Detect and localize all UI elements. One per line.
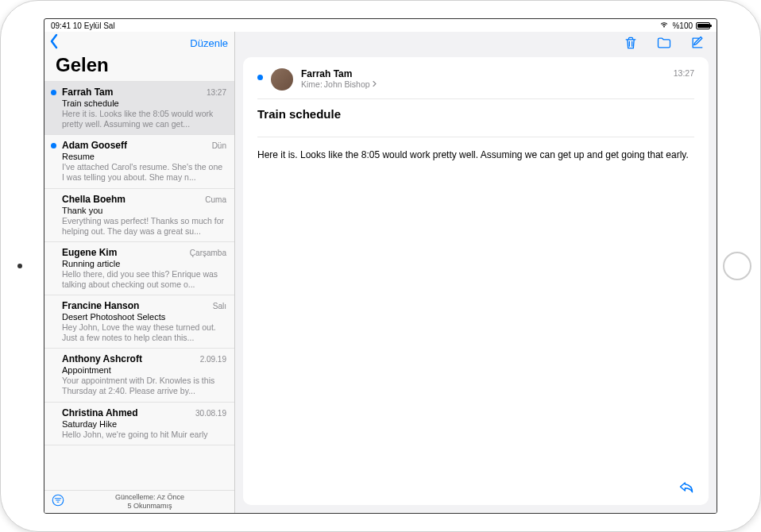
mail-time: Cuma (205, 195, 226, 204)
battery-percent: %100 (672, 21, 693, 30)
mail-time: 2.09.19 (200, 355, 226, 364)
mail-item[interactable]: Anthony Ashcroft2.09.19AppointmentYour a… (44, 349, 234, 402)
mail-sender: Christina Ahmed (62, 407, 138, 418)
mail-time: 30.08.19 (195, 409, 226, 418)
mail-list[interactable]: Farrah Tam13:27Train scheduleHere it is.… (44, 81, 234, 490)
mail-sender: Anthony Ashcroft (62, 353, 142, 364)
mail-preview: Hello John, we're going to hit Muir earl… (62, 430, 226, 440)
inbox-title: Gelen (44, 52, 234, 81)
message-subject: Train schedule (257, 107, 694, 129)
mail-preview: Hey John, Love the way these turned out.… (62, 322, 226, 343)
move-folder-button[interactable] (656, 35, 672, 54)
reply-button[interactable] (678, 480, 694, 497)
subject-divider: Train schedule (257, 98, 694, 129)
message-recipient-row[interactable]: Kime: John Bishop (301, 79, 666, 89)
footer-updated: Güncelleme: Az Önce (71, 493, 228, 502)
unread-dot (51, 90, 56, 95)
status-date: 10 Eylül Sal (73, 21, 115, 30)
filter-icon[interactable] (51, 493, 65, 511)
mail-subject: Appointment (62, 365, 226, 375)
sidebar: Düzenle Gelen Farrah Tam13:27Train sched… (44, 32, 235, 513)
mail-subject: Train schedule (62, 98, 226, 108)
camera (17, 264, 22, 268)
sidebar-footer: Güncelleme: Az Önce 5 Okunmamış (44, 490, 234, 513)
mail-time: Çarşamba (190, 249, 226, 257)
status-time: 09:41 (51, 21, 71, 30)
home-button[interactable] (723, 252, 751, 280)
mail-preview: I've attached Carol's resume. She's the … (62, 162, 226, 183)
mail-preview: Here it is. Looks like the 8:05 would wo… (62, 109, 226, 129)
mail-time: Salı (213, 302, 226, 310)
footer-unread: 5 Okunmamış (71, 502, 228, 511)
mail-item[interactable]: Eugene KimÇarşambaRunning articleHello t… (44, 242, 234, 295)
mail-preview: Your appointment with Dr. Knowles is thi… (62, 376, 226, 396)
mail-item[interactable]: Farrah Tam13:27Train scheduleHere it is.… (44, 81, 234, 135)
status-left: 09:41 10 Eylül Sal (51, 21, 115, 30)
mail-item-header: Eugene KimÇarşamba (62, 247, 226, 258)
mail-preview: Hello there, did you see this? Enrique w… (62, 269, 226, 290)
mail-sender: Chella Boehm (62, 194, 126, 205)
mail-item[interactable]: Chella BoehmCumaThank youEverything was … (44, 189, 234, 242)
chevron-right-icon (372, 79, 377, 89)
sender-avatar[interactable] (271, 68, 293, 91)
to-label: Kime: (301, 79, 323, 89)
mail-sender: Francine Hanson (62, 300, 139, 311)
mail-time: Dün (212, 141, 226, 150)
wifi-icon (659, 21, 669, 30)
sidebar-header: Düzenle (44, 32, 234, 52)
mail-item-header: Anthony Ashcroft2.09.19 (62, 353, 226, 364)
mail-subject: Running article (62, 259, 226, 268)
back-button[interactable] (48, 33, 60, 52)
battery-icon (696, 22, 710, 29)
message-sender[interactable]: Farrah Tam (301, 68, 666, 79)
mail-sender: Eugene Kim (62, 247, 117, 258)
detail-toolbar (235, 32, 717, 57)
mail-item-header: Christina Ahmed30.08.19 (62, 407, 226, 418)
mail-item[interactable]: Adam GooseffDünResumeI've attached Carol… (44, 135, 234, 188)
trash-button[interactable] (623, 35, 639, 54)
mail-preview: Everything was perfect! Thanks so much f… (62, 216, 226, 237)
mail-item-header: Adam GooseffDün (62, 140, 226, 151)
mail-sender: Farrah Tam (62, 87, 113, 98)
mail-item-header: Farrah Tam13:27 (62, 87, 226, 98)
footer-status: Güncelleme: Az Önce 5 Okunmamış (71, 493, 228, 511)
mail-item-header: Chella BoehmCuma (62, 194, 226, 205)
divider (257, 137, 694, 137)
message-card: Farrah Tam Kime: John Bishop 13:27 (243, 57, 709, 505)
message-meta: Farrah Tam Kime: John Bishop (301, 68, 666, 89)
detail-pane: Farrah Tam Kime: John Bishop 13:27 (235, 32, 717, 513)
mail-subject: Resume (62, 152, 226, 161)
to-name: John Bishop (324, 79, 370, 89)
unread-dot (51, 143, 56, 148)
edit-button[interactable]: Düzenle (190, 37, 228, 49)
compose-button[interactable] (690, 35, 705, 54)
status-right: %100 (659, 21, 710, 30)
mail-item[interactable]: Christina Ahmed30.08.19Saturday HikeHell… (44, 403, 234, 445)
mail-item-header: Francine HansonSalı (62, 300, 226, 311)
mail-sender: Adam Gooseff (62, 140, 127, 151)
message-header: Farrah Tam Kime: John Bishop 13:27 (257, 68, 694, 98)
status-bar: 09:41 10 Eylül Sal %100 (44, 19, 717, 32)
mail-item[interactable]: Francine HansonSalıDesert Photoshoot Sel… (44, 295, 234, 349)
unread-indicator (257, 75, 263, 80)
mail-subject: Saturday Hike (62, 419, 226, 429)
mail-subject: Desert Photoshoot Selects (62, 312, 226, 322)
message-time: 13:27 (674, 68, 694, 78)
screen: 09:41 10 Eylül Sal %100 Düzenle Gel (44, 18, 717, 514)
message-body: Here it is. Looks like the 8:05 would wo… (257, 148, 694, 494)
mail-subject: Thank you (62, 206, 226, 215)
app-content: Düzenle Gelen Farrah Tam13:27Train sched… (44, 32, 717, 513)
ipad-device: 09:41 10 Eylül Sal %100 Düzenle Gel (0, 0, 761, 532)
mail-time: 13:27 (207, 88, 226, 97)
